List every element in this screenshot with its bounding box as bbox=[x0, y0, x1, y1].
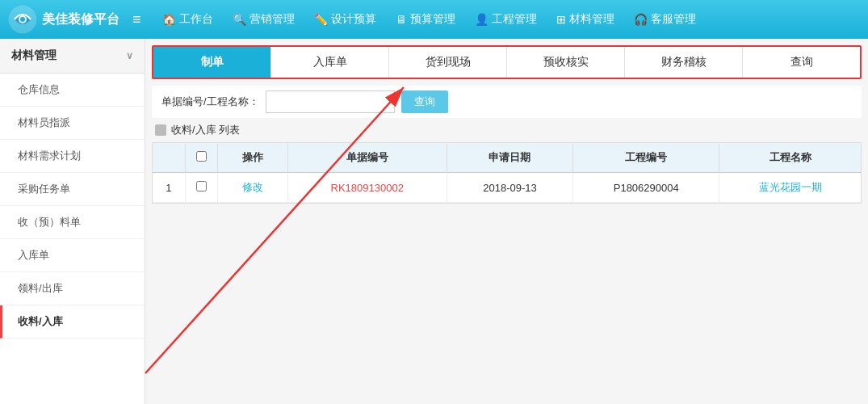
col-date: 申请日期 bbox=[447, 143, 572, 173]
sidebar-collapse-icon[interactable]: ∨ bbox=[126, 50, 133, 61]
tab-warehousing-order[interactable]: 入库单 bbox=[271, 47, 389, 78]
col-project-no: 工程编号 bbox=[573, 143, 719, 173]
col-number bbox=[153, 143, 185, 173]
sidebar-item-material-plan[interactable]: 材料需求计划 bbox=[0, 140, 145, 173]
col-checkbox bbox=[185, 143, 217, 173]
app-title: 美佳装修平台 bbox=[42, 11, 120, 28]
nav-item-service[interactable]: 🎧 客服管理 bbox=[626, 7, 704, 32]
select-all-checkbox[interactable] bbox=[196, 151, 207, 162]
tab-make-order[interactable]: 制单 bbox=[153, 47, 271, 78]
menu-icon[interactable]: ≡ bbox=[132, 11, 141, 28]
nav-item-marketing[interactable]: 🔍 营销管理 bbox=[224, 7, 303, 32]
svg-point-2 bbox=[20, 17, 25, 22]
table-header-row: 操作 单据编号 申请日期 工程编号 工程名称 bbox=[153, 143, 861, 173]
nav-item-project[interactable]: 👤 工程管理 bbox=[467, 7, 545, 32]
nav-item-workbench[interactable]: 🏠 工作台 bbox=[154, 7, 221, 32]
filter-label: 单据编号/工程名称： bbox=[161, 95, 259, 109]
sidebar-title: 材料管理 bbox=[11, 48, 57, 63]
row-doc-no: RK1809130002 bbox=[287, 173, 447, 203]
row-project-name[interactable]: 蓝光花园一期 bbox=[719, 173, 861, 203]
tab-finance-audit[interactable]: 财务稽核 bbox=[625, 47, 743, 78]
sidebar-item-receive-storage[interactable]: 收料/入库 bbox=[0, 305, 145, 339]
headset-icon: 🎧 bbox=[634, 13, 648, 26]
filter-input[interactable] bbox=[266, 90, 395, 113]
edit-icon: ✏️ bbox=[314, 13, 328, 26]
row-project-no: P1806290004 bbox=[573, 173, 719, 203]
logo-icon bbox=[8, 5, 37, 34]
sidebar-header: 材料管理 ∨ bbox=[0, 39, 145, 74]
topbar: 美佳装修平台 ≡ 🏠 工作台 🔍 营销管理 ✏️ 设计预算 🖥 预算管理 👤 工… bbox=[0, 0, 868, 39]
nav-item-budget[interactable]: 🖥 预算管理 bbox=[388, 7, 463, 32]
tab-query[interactable]: 查询 bbox=[743, 47, 860, 78]
col-doc-no: 单据编号 bbox=[287, 143, 447, 173]
col-project-name: 工程名称 bbox=[719, 143, 861, 173]
home-icon: 🏠 bbox=[162, 13, 176, 26]
section-header: 收料/入库 列表 bbox=[145, 118, 868, 142]
data-table: 操作 单据编号 申请日期 工程编号 工程名称 1 修改 RK18091 bbox=[153, 143, 861, 203]
filter-bar: 单据编号/工程名称： 查询 bbox=[152, 86, 862, 118]
main-layout: 材料管理 ∨ 仓库信息 材料员指派 材料需求计划 采购任务单 收（预）料单 入库… bbox=[0, 39, 868, 404]
sidebar: 材料管理 ∨ 仓库信息 材料员指派 材料需求计划 采购任务单 收（预）料单 入库… bbox=[0, 39, 145, 404]
row-checkbox[interactable] bbox=[185, 173, 217, 203]
tab-bar: 制单 入库单 货到现场 预收核实 财务稽核 查询 bbox=[152, 45, 862, 79]
table-row: 1 修改 RK1809130002 2018-09-13 P1806290004… bbox=[153, 173, 861, 203]
table-wrapper: 操作 单据编号 申请日期 工程编号 工程名称 1 修改 RK18091 bbox=[152, 142, 862, 204]
section-title: 收料/入库 列表 bbox=[171, 123, 240, 137]
main-nav: 🏠 工作台 🔍 营销管理 ✏️ 设计预算 🖥 预算管理 👤 工程管理 ⊞ 材料管… bbox=[154, 7, 860, 32]
user-icon: 👤 bbox=[475, 13, 489, 26]
row-action[interactable]: 修改 bbox=[217, 173, 287, 203]
section-icon bbox=[155, 124, 166, 136]
col-action: 操作 bbox=[217, 143, 287, 173]
sidebar-item-warehouse[interactable]: 仓库信息 bbox=[0, 74, 145, 107]
sidebar-item-dispatch[interactable]: 领料/出库 bbox=[0, 272, 145, 305]
grid-icon: ⊞ bbox=[556, 13, 566, 26]
row-date: 2018-09-13 bbox=[447, 173, 572, 203]
tab-pre-receive[interactable]: 预收核实 bbox=[507, 47, 625, 78]
content-area: 制单 入库单 货到现场 预收核实 财务稽核 查询 单据编号/工程名称： 查询 bbox=[145, 39, 868, 404]
monitor-icon: 🖥 bbox=[396, 13, 407, 26]
sidebar-item-material-assign[interactable]: 材料员指派 bbox=[0, 107, 145, 140]
sidebar-item-receive-pre[interactable]: 收（预）料单 bbox=[0, 206, 145, 239]
nav-item-material[interactable]: ⊞ 材料管理 bbox=[548, 7, 623, 32]
nav-item-design[interactable]: ✏️ 设计预算 bbox=[306, 7, 384, 32]
row-select-checkbox[interactable] bbox=[196, 181, 207, 191]
sidebar-item-warehousing[interactable]: 入库单 bbox=[0, 239, 145, 272]
row-index: 1 bbox=[153, 173, 185, 203]
filter-search-button[interactable]: 查询 bbox=[401, 90, 448, 113]
sidebar-item-purchase-task[interactable]: 采购任务单 bbox=[0, 173, 145, 206]
logo: 美佳装修平台 bbox=[8, 5, 120, 34]
tab-goods-arrive[interactable]: 货到现场 bbox=[389, 47, 507, 78]
search-icon: 🔍 bbox=[233, 13, 246, 26]
